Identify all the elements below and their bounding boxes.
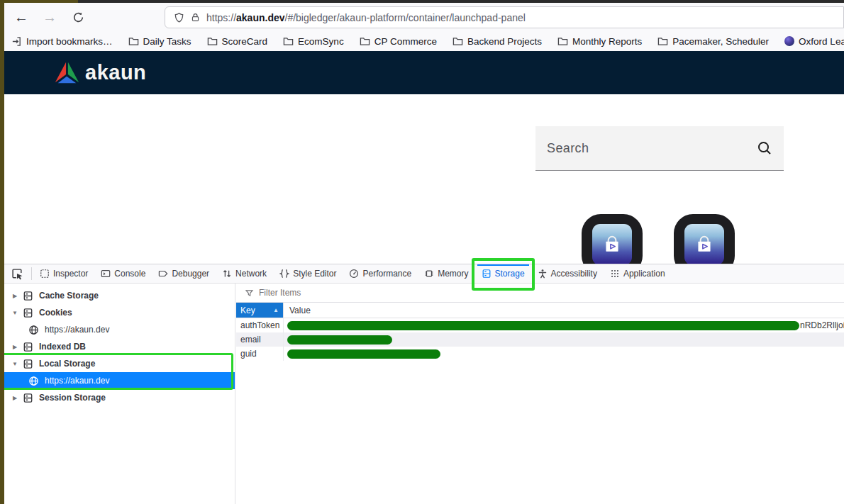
tab-label: Style Editor: [293, 269, 336, 279]
pick-element-button[interactable]: [4, 264, 30, 283]
table-row-authtoken[interactable]: authToken nRDb2Rlljoiliv: [236, 318, 844, 332]
tab-label: Application: [623, 269, 665, 279]
reload-icon: [72, 11, 84, 23]
search-input[interactable]: Search: [535, 126, 784, 171]
akaun-logo[interactable]: akaun: [53, 61, 146, 85]
bookmark-daily-tasks[interactable]: Daily Tasks: [128, 36, 191, 47]
url-prefix: https://: [206, 12, 236, 23]
tree-item-indexed-db[interactable]: ▶ Indexed DB: [4, 338, 235, 355]
shield-icon[interactable]: [174, 12, 184, 23]
window-left-edge: [0, 0, 4, 504]
page-content: akaun Search: [4, 51, 844, 264]
column-header-key[interactable]: Key ▲: [236, 303, 283, 318]
cell-value: [283, 332, 844, 347]
tab-debugger[interactable]: Debugger: [152, 264, 216, 283]
tree-item-cookies-origin[interactable]: https://akaun.dev: [4, 321, 235, 338]
tree-item-cache-storage[interactable]: ▶ Cache Storage: [4, 287, 235, 304]
bookmark-label: Backend Projects: [467, 36, 542, 47]
tab-memory[interactable]: Memory: [418, 264, 474, 283]
bookmark-oxford-learn[interactable]: Oxford Learn: [784, 36, 844, 47]
window-top-edge: [0, 0, 844, 3]
bookmark-ecomsync[interactable]: EcomSync: [283, 36, 344, 47]
tab-label: Debugger: [172, 269, 209, 279]
tree-label: Local Storage: [39, 359, 95, 369]
bookmark-scorecard[interactable]: ScoreCard: [207, 36, 268, 47]
url-bar[interactable]: https://akaun.dev/#/bigledger/akaun-plat…: [165, 6, 844, 28]
bookmark-backend-projects[interactable]: Backend Projects: [452, 36, 542, 47]
app-store-icon: [684, 224, 724, 264]
toolbar-separator: [31, 267, 32, 280]
tree-item-session-storage[interactable]: ▶ Session Storage: [4, 389, 235, 406]
bookmark-label: CP Commerce: [374, 36, 437, 47]
bookmark-monthly-reports[interactable]: Monthly Reports: [557, 36, 642, 47]
cell-key: email: [236, 335, 283, 345]
tab-label: Inspector: [53, 269, 88, 279]
tab-label: Storage: [495, 269, 525, 279]
pick-element-icon: [11, 268, 23, 280]
inspector-icon: [40, 269, 50, 279]
bookmark-pacemaker-scheduler[interactable]: Pacemaker, Scheduler: [657, 36, 769, 47]
folder-icon: [557, 36, 568, 46]
lock-icon[interactable]: [191, 12, 200, 23]
tab-style-editor[interactable]: Style Editor: [273, 264, 343, 283]
column-label: Key: [240, 306, 255, 315]
cell-key: authToken: [236, 320, 283, 330]
caret-collapsed-icon[interactable]: ▶: [11, 395, 18, 401]
column-header-value[interactable]: Value: [283, 303, 844, 318]
storage-type-icon: [23, 393, 33, 403]
storage-table-area: Filter Items Key ▲ Value authToken nR: [236, 284, 844, 504]
sort-ascending-icon: ▲: [273, 307, 279, 313]
column-label: Value: [289, 306, 311, 315]
local-storage-group: ▼ Local Storage https://akaun.dev: [4, 355, 235, 389]
memory-icon: [424, 269, 434, 279]
tree-item-cookies[interactable]: ▼ Cookies: [4, 304, 235, 321]
tree-item-local-storage-origin-selected[interactable]: https://akaun.dev: [4, 372, 235, 389]
caret-collapsed-icon[interactable]: ▶: [11, 344, 18, 350]
bookmark-import[interactable]: Import bookmarks…: [11, 36, 113, 47]
bookmark-label: Import bookmarks…: [26, 36, 113, 47]
tab-inspector[interactable]: Inspector: [33, 264, 94, 283]
filter-items-input[interactable]: Filter Items: [236, 284, 844, 303]
app-tile[interactable]: [582, 214, 643, 264]
url-domain: akaun.dev: [236, 12, 284, 23]
cell-key: guid: [236, 349, 283, 359]
folder-icon: [360, 36, 370, 46]
tab-performance[interactable]: Performance: [343, 264, 418, 283]
folder-icon: [128, 36, 139, 46]
tab-application[interactable]: Application: [604, 264, 672, 283]
folder-icon: [657, 36, 668, 46]
bookmark-label: Oxford Learn: [799, 36, 844, 47]
search-icon[interactable]: [757, 140, 772, 156]
table-row-guid[interactable]: guid: [236, 347, 844, 361]
value-fragment: nRDb2Rlljoiliv: [800, 320, 844, 330]
forward-button[interactable]: →: [38, 6, 61, 28]
caret-collapsed-icon[interactable]: ▶: [11, 293, 18, 299]
table-row-email[interactable]: email: [236, 332, 844, 347]
url-path: /#/bigledger/akaun-platform/container/la…: [285, 12, 526, 23]
caret-expanded-icon[interactable]: ▼: [11, 310, 18, 316]
tab-storage[interactable]: Storage: [475, 264, 531, 283]
debugger-icon: [158, 269, 168, 279]
caret-expanded-icon[interactable]: ▼: [11, 361, 18, 367]
tab-console[interactable]: Console: [94, 264, 152, 283]
tab-accessibility[interactable]: Accessibility: [531, 264, 604, 283]
tab-network[interactable]: Network: [216, 264, 273, 283]
filter-funnel-icon: [245, 289, 254, 298]
app-tile[interactable]: [674, 214, 735, 264]
tree-item-local-storage[interactable]: ▼ Local Storage: [4, 355, 235, 372]
reload-button[interactable]: [67, 6, 89, 28]
cell-value: nRDb2Rlljoiliv: [283, 318, 844, 332]
style-editor-icon: [279, 269, 289, 279]
launchpad-apps: [582, 214, 735, 264]
tree-label: https://akaun.dev: [45, 376, 109, 386]
back-button[interactable]: ←: [10, 6, 33, 28]
cell-value: [283, 347, 844, 361]
url-text: https://akaun.dev/#/bigledger/akaun-plat…: [206, 12, 526, 23]
bookmark-cp-commerce[interactable]: CP Commerce: [360, 36, 437, 47]
tab-label: Console: [114, 269, 145, 279]
tab-label: Network: [235, 269, 267, 279]
storage-sidebar: ▶ Cache Storage ▼ Cookies https://akaun.…: [4, 284, 235, 504]
search-placeholder: Search: [547, 141, 757, 156]
active-tab-indicator: [477, 264, 529, 266]
tree-label: Cookies: [39, 308, 72, 318]
